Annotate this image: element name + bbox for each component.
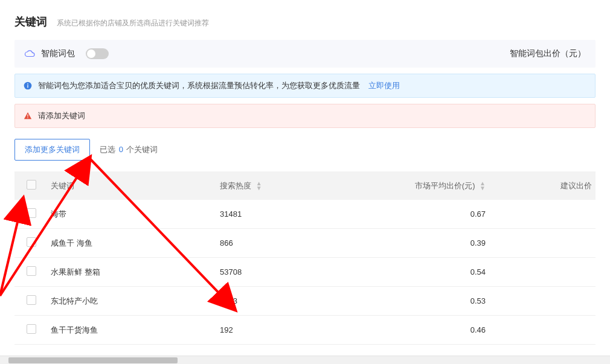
info-banner-text: 智能词包为您添加适合宝贝的优质关键词，系统根据流量预估转化率，为您获取更多优质流…	[38, 80, 360, 91]
row-checkbox[interactable]	[27, 324, 36, 334]
cell-avg-price: 0.54	[389, 258, 534, 287]
cell-heat: 192	[220, 316, 389, 345]
add-keywords-button[interactable]: 添加更多关键词	[14, 139, 90, 161]
page-subtitle: 系统已根据你的店铺及所选商品进行关键词推荐	[57, 18, 209, 28]
cell-avg-price: 0.67	[389, 200, 534, 229]
table-row: 咸鱼干 海鱼8660.39	[14, 229, 596, 258]
svg-point-4	[27, 117, 28, 118]
warning-icon	[24, 112, 32, 120]
cell-avg-price: 0.46	[389, 316, 534, 345]
sort-icon: ▲▼	[480, 181, 486, 191]
cell-keyword: 水果新鲜 整箱	[51, 258, 220, 287]
sort-icon: ▲▼	[256, 181, 262, 191]
info-icon	[24, 81, 32, 90]
col-avg-price[interactable]: 市场平均出价(元) ▲▼	[389, 171, 534, 200]
smart-pack-bid-label: 智能词包出价（元）	[510, 48, 586, 59]
cell-heat: 53708	[220, 258, 389, 287]
col-keyword[interactable]: 关键词	[51, 171, 220, 200]
cell-suggest-price	[534, 287, 596, 316]
select-all-checkbox[interactable]	[27, 180, 36, 190]
cloud-icon	[24, 49, 35, 58]
svg-rect-1	[27, 85, 28, 88]
warn-banner: 请添加关键词	[14, 104, 596, 128]
cell-keyword: 鱼干干货海鱼	[51, 316, 220, 345]
cell-keyword: 东北特产小吃	[51, 287, 220, 316]
use-now-link[interactable]: 立即使用	[368, 80, 400, 91]
cell-avg-price: 0.53	[389, 287, 534, 316]
row-checkbox[interactable]	[27, 237, 36, 247]
table-row: 东北特产小吃36530.53	[14, 287, 596, 316]
keywords-table: 关键词 搜索热度 ▲▼ 市场平均出价(元) ▲▼ 建议出价 海带314810.6…	[14, 171, 596, 345]
table-row: 海带314810.67	[14, 200, 596, 229]
cell-keyword: 海带	[51, 200, 220, 229]
smart-pack-toggle[interactable]	[86, 48, 109, 59]
scrollbar-thumb[interactable]	[8, 357, 178, 363]
cell-suggest-price	[534, 200, 596, 229]
col-suggest-price[interactable]: 建议出价	[534, 171, 596, 200]
cell-avg-price: 0.39	[389, 229, 534, 258]
svg-point-2	[27, 83, 28, 85]
selected-count-label: 已选 0 个关键词	[100, 144, 158, 155]
cell-heat: 3653	[220, 287, 389, 316]
smart-pack-label: 智能词包	[41, 48, 75, 59]
row-checkbox[interactable]	[27, 295, 36, 305]
warn-banner-text: 请添加关键词	[38, 110, 85, 121]
cell-suggest-price	[534, 229, 596, 258]
cell-keyword: 咸鱼干 海鱼	[51, 229, 220, 258]
svg-rect-3	[27, 114, 28, 117]
cell-suggest-price	[534, 258, 596, 287]
cell-heat: 866	[220, 229, 389, 258]
table-row: 鱼干干货海鱼1920.46	[14, 316, 596, 345]
smart-pack-bar: 智能词包 智能词包出价（元）	[14, 40, 596, 68]
horizontal-scrollbar[interactable]	[0, 356, 610, 364]
cell-suggest-price	[534, 316, 596, 345]
info-banner: 智能词包为您添加适合宝贝的优质关键词，系统根据流量预估转化率，为您获取更多优质流…	[14, 74, 596, 98]
cell-heat: 31481	[220, 200, 389, 229]
table-row: 水果新鲜 整箱537080.54	[14, 258, 596, 287]
page-title: 关键词	[14, 14, 47, 29]
table-header-row: 关键词 搜索热度 ▲▼ 市场平均出价(元) ▲▼ 建议出价	[14, 171, 596, 200]
col-heat[interactable]: 搜索热度 ▲▼	[220, 171, 389, 200]
row-checkbox[interactable]	[27, 208, 36, 218]
row-checkbox[interactable]	[27, 266, 36, 276]
